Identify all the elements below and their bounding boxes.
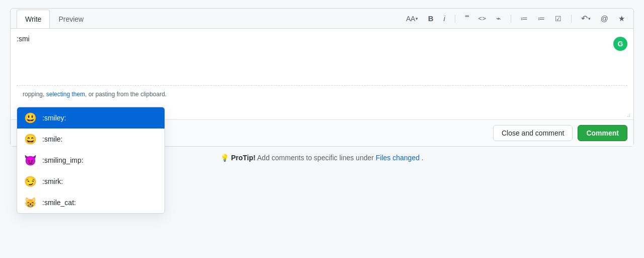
undo-icon: ↶ [581,14,588,23]
smile-cat-label: :smile_cat: [42,199,76,207]
code-icon: <> [478,15,486,22]
undo-chevron-icon: ▾ [588,16,591,21]
protip: 💡 ProTip! Add comments to specific lines… [220,154,424,162]
tab-write[interactable]: Write [17,10,50,28]
heading-icon: AA [406,15,415,23]
attach-link[interactable]: selecting them [46,91,85,98]
close-comment-label: Close and comment [502,129,565,137]
protip-link[interactable]: Files changed [376,154,420,162]
editor-container: Write Preview AA ▾ B i ““ <> [10,8,634,147]
tab-preview-label: Preview [58,15,84,23]
tab-bar: Write Preview AA ▾ B i ““ <> [11,9,633,29]
tab-preview[interactable]: Preview [50,10,92,28]
unordered-list-icon: ≔ [521,15,528,23]
quote-icon: ““ [465,14,468,23]
editor-body: :smi 😃 :smiley: 😄 :smile: 😈 :smiling_imp… [11,29,633,119]
close-and-comment-button[interactable]: Close and comment [493,125,573,141]
emoji-item-smile[interactable]: 😄 :smile: [17,128,165,150]
emoji-item-smiley[interactable]: 😃 :smiley: [17,107,165,128]
italic-button[interactable]: i [441,12,448,25]
bold-button[interactable]: B [426,12,436,25]
smile-label: :smile: [42,135,62,143]
italic-icon: i [444,14,445,23]
comment-label: Comment [586,129,619,137]
link-button[interactable]: ⌁ [494,12,504,25]
unordered-list-button[interactable]: ≔ [518,13,530,25]
task-list-button[interactable]: ☑ [552,13,564,25]
emoji-item-smile-cat[interactable]: 😸 :smile_cat: [17,192,165,213]
ordered-list-button[interactable]: ≔ [535,13,547,25]
heading-chevron-icon: ▾ [416,16,418,21]
attach-text-after: , or pasting from the clipboard. [85,91,167,98]
protip-icon: 💡 [220,154,229,162]
ordered-list-icon: ≔ [538,15,545,23]
mention-button[interactable]: @ [598,12,611,25]
smile-glyph: 😄 [24,133,36,145]
heading-button[interactable]: AA ▾ [404,13,421,25]
smiley-label: :smiley: [42,114,66,122]
protip-end: . [422,154,424,162]
grammarly-icon[interactable]: G [613,37,627,51]
grammarly-letter: G [618,40,623,48]
protip-text: Add comments to specific lines under [257,154,376,162]
undo-button[interactable]: ↶ ▾ [579,12,593,25]
quote-button[interactable]: ““ [462,12,471,25]
smiling-imp-label: :smiling_imp: [42,156,84,164]
bookmark-icon: ★ [618,14,625,23]
emoji-item-smiling-imp[interactable]: 😈 :smiling_imp: [17,150,165,171]
task-list-icon: ☑ [555,15,561,23]
protip-bold: ProTip! [231,154,256,162]
smirk-label: :smirk: [42,177,63,185]
toolbar: AA ▾ B i ““ <> ⌁ ≔ ≔ [404,9,627,28]
mention-icon: @ [601,14,608,23]
attach-text-before: ropping, [23,91,46,98]
bold-icon: B [428,14,434,23]
resize-handle[interactable]: ⊿ [626,112,632,118]
toolbar-separator-3 [571,15,572,23]
emoji-dropdown: 😃 :smiley: 😄 :smile: 😈 :smiling_imp: 😏 :… [17,107,165,214]
bookmark-button[interactable]: ★ [616,12,627,25]
smiley-glyph: 😃 [24,112,36,124]
smirk-glyph: 😏 [24,175,36,187]
smiling-imp-glyph: 😈 [24,154,36,166]
code-button[interactable]: <> [476,13,489,24]
toolbar-separator-2 [511,15,511,23]
comment-button[interactable]: Comment [578,125,627,141]
typed-text: :smi [17,35,627,43]
attach-area: ropping, selecting them, or pasting from… [17,85,627,103]
tab-write-label: Write [25,15,41,23]
emoji-item-smirk[interactable]: 😏 :smirk: [17,171,165,192]
link-icon: ⌁ [496,14,501,23]
smile-cat-glyph: 😸 [24,197,36,209]
toolbar-separator-1 [455,15,455,23]
tabs: Write Preview [17,10,92,28]
